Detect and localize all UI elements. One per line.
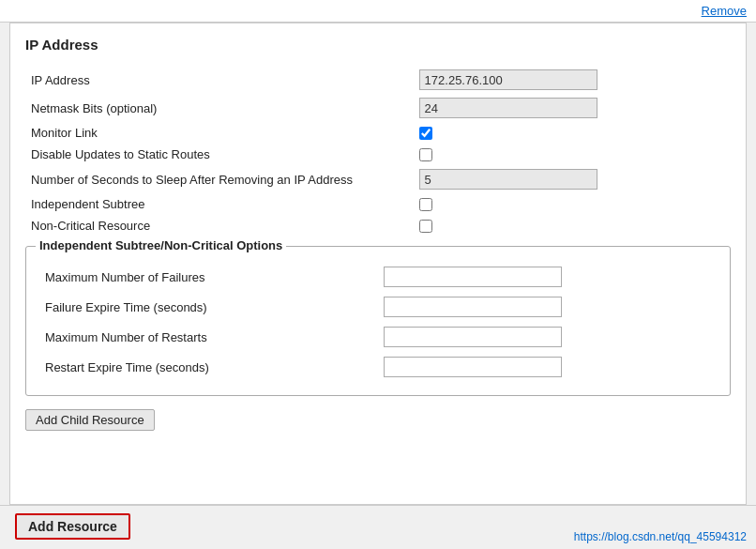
table-row: Maximum Number of Restarts	[39, 322, 717, 352]
subtree-table: Maximum Number of Failures Failure Expir…	[39, 262, 717, 382]
sleep-seconds-input[interactable]	[419, 169, 597, 190]
netmask-input[interactable]	[419, 98, 597, 118]
failure-expire-cell	[378, 292, 717, 322]
independent-subtree-checkbox[interactable]	[419, 198, 432, 211]
bottom-section: Add Resource https://blog.csdn.net/qq_45…	[0, 505, 756, 549]
top-bar: Remove	[0, 0, 756, 23]
add-child-resource-button[interactable]: Add Child Resource	[25, 409, 155, 431]
non-critical-cell	[414, 215, 731, 236]
table-row: Number of Seconds to Sleep After Removin…	[25, 165, 731, 193]
netmask-cell	[414, 94, 731, 122]
table-row: Non-Critical Resource	[25, 215, 731, 236]
main-content: IP Address IP Address Netmask Bits (opti…	[9, 23, 747, 505]
max-restarts-cell	[378, 322, 717, 352]
non-critical-checkbox[interactable]	[419, 220, 432, 233]
monitor-link-cell	[414, 122, 731, 144]
non-critical-label: Non-Critical Resource	[25, 215, 414, 236]
add-child-wrapper: Add Child Resource	[25, 409, 731, 435]
max-restarts-label: Maximum Number of Restarts	[39, 322, 378, 352]
sleep-seconds-label: Number of Seconds to Sleep After Removin…	[25, 165, 414, 193]
monitor-link-checkbox[interactable]	[419, 127, 432, 140]
max-restarts-input[interactable]	[384, 327, 562, 347]
table-row: Monitor Link	[25, 122, 731, 144]
independent-subtree-cell	[414, 193, 731, 215]
netmask-label: Netmask Bits (optional)	[25, 94, 414, 122]
table-row: Netmask Bits (optional)	[25, 94, 731, 122]
restart-expire-input[interactable]	[384, 357, 562, 377]
independent-subtree-checkbox-wrap	[419, 198, 725, 211]
table-row: IP Address	[25, 66, 731, 94]
remove-link[interactable]: Remove	[702, 4, 747, 18]
sleep-seconds-cell	[414, 165, 731, 193]
subtree-box: Independent Subtree/Non-Critical Options…	[25, 246, 731, 396]
restart-expire-label: Restart Expire Time (seconds)	[39, 352, 378, 382]
disable-updates-label: Disable Updates to Static Routes	[25, 144, 414, 165]
non-critical-checkbox-wrap	[419, 220, 725, 233]
footer-url: https://blog.csdn.net/qq_45594312	[574, 530, 747, 543]
table-row: Maximum Number of Failures	[39, 262, 717, 292]
restart-expire-cell	[378, 352, 717, 382]
table-row: Restart Expire Time (seconds)	[39, 352, 717, 382]
form-table: IP Address Netmask Bits (optional) Monit…	[25, 66, 731, 236]
table-row: Disable Updates to Static Routes	[25, 144, 731, 165]
ip-address-input[interactable]	[419, 69, 597, 90]
table-row: Failure Expire Time (seconds)	[39, 292, 717, 322]
max-failures-input[interactable]	[384, 267, 562, 287]
independent-subtree-label: Independent Subtree	[25, 193, 414, 215]
failure-expire-input[interactable]	[384, 297, 562, 317]
disable-updates-checkbox[interactable]	[419, 148, 432, 161]
page-wrapper: Remove IP Address IP Address Netmask Bit…	[0, 0, 756, 549]
max-failures-cell	[378, 262, 717, 292]
monitor-link-label: Monitor Link	[25, 122, 414, 144]
monitor-link-checkbox-wrap	[419, 127, 725, 140]
table-row: Independent Subtree	[25, 193, 731, 215]
failure-expire-label: Failure Expire Time (seconds)	[39, 292, 378, 322]
ip-address-cell	[414, 66, 731, 94]
disable-updates-checkbox-wrap	[419, 148, 725, 161]
max-failures-label: Maximum Number of Failures	[39, 262, 378, 292]
section-title: IP Address	[25, 37, 731, 53]
add-resource-button[interactable]: Add Resource	[15, 513, 130, 540]
ip-address-label: IP Address	[25, 66, 414, 94]
subtree-legend: Independent Subtree/Non-Critical Options	[36, 238, 286, 252]
disable-updates-cell	[414, 144, 731, 165]
